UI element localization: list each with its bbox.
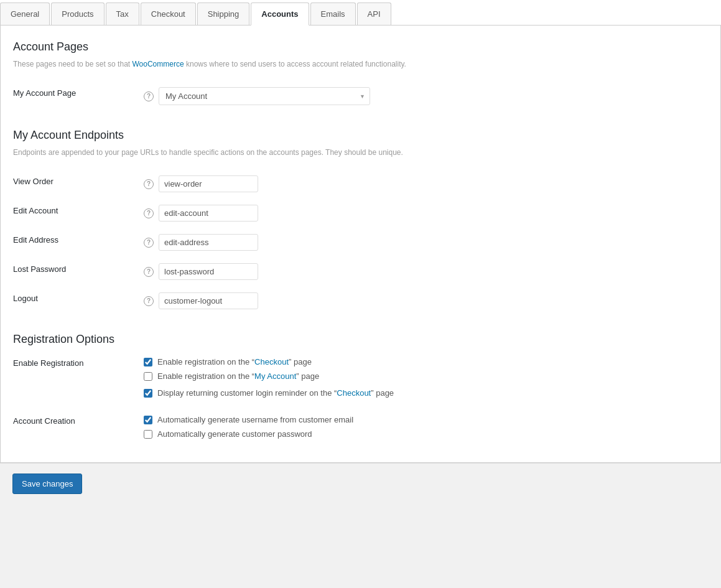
- endpoints-section: My Account Endpoints Endpoints are appen…: [13, 129, 708, 315]
- auto-password-checkbox[interactable]: [144, 430, 152, 439]
- view-order-label: View Order: [13, 175, 144, 186]
- lost-password-input[interactable]: [159, 263, 258, 280]
- content-area: Account Pages These pages need to be set…: [0, 26, 721, 463]
- view-order-help-icon[interactable]: ?: [144, 179, 154, 189]
- my-account-page-select[interactable]: My Account Shop Cart Checkout: [159, 87, 370, 105]
- edit-address-help-icon[interactable]: ?: [144, 238, 154, 248]
- login-reminder-checkbox[interactable]: [144, 389, 152, 398]
- edit-account-help-icon[interactable]: ?: [144, 208, 154, 218]
- tab-emails[interactable]: Emails: [310, 2, 356, 25]
- checkout-registration-checkbox-row: Enable registration on the “Checkout” pa…: [144, 357, 708, 366]
- tab-shipping[interactable]: Shipping: [197, 2, 250, 25]
- enable-registration-label: Enable Registration: [13, 357, 144, 368]
- myaccount-registration-checkbox-row: Enable registration on the “My Account” …: [144, 371, 708, 381]
- account-pages-title: Account Pages: [13, 40, 708, 54]
- edit-account-label: Edit Account: [13, 205, 144, 215]
- logout-label: Logout: [13, 292, 144, 303]
- lost-password-help-icon[interactable]: ?: [144, 267, 154, 277]
- edit-address-label: Edit Address: [13, 234, 144, 245]
- auto-username-checkbox-row: Automatically generate username from cus…: [144, 415, 708, 424]
- tab-general[interactable]: General: [0, 2, 50, 25]
- checkout-registration-label[interactable]: Enable registration on the “Checkout” pa…: [157, 357, 312, 366]
- enable-registration-row: Enable Registration Enable registration …: [13, 351, 708, 409]
- lost-password-label: Lost Password: [13, 263, 144, 274]
- tab-api[interactable]: API: [357, 2, 391, 25]
- auto-password-label[interactable]: Automatically generate customer password: [157, 429, 312, 439]
- save-button[interactable]: Save changes: [12, 474, 82, 494]
- account-pages-desc: These pages need to be set so that WooCo…: [13, 58, 708, 70]
- auto-password-checkbox-row: Automatically generate customer password: [144, 429, 708, 439]
- myaccount-registration-label[interactable]: Enable registration on the “My Account” …: [157, 371, 319, 381]
- view-order-input[interactable]: [159, 175, 258, 192]
- edit-address-input[interactable]: [159, 234, 258, 251]
- edit-address-row: Edit Address ?: [13, 228, 708, 257]
- my-account-help-icon[interactable]: ?: [144, 91, 154, 101]
- account-creation-field: Automatically generate username from cus…: [144, 415, 708, 444]
- registration-section: Registration Options Enable Registration…: [13, 333, 708, 450]
- checkout-registration-checkbox[interactable]: [144, 358, 152, 366]
- tab-accounts[interactable]: Accounts: [251, 2, 309, 26]
- auto-username-checkbox[interactable]: [144, 416, 152, 424]
- tab-tax[interactable]: Tax: [106, 2, 139, 25]
- account-creation-row: Account Creation Automatically generate …: [13, 409, 708, 450]
- my-account-select-wrap: My Account Shop Cart Checkout: [159, 87, 370, 105]
- edit-account-input[interactable]: [159, 205, 258, 222]
- login-reminder-checkbox-row: Display returning customer login reminde…: [144, 388, 708, 398]
- save-bar: Save changes: [0, 463, 721, 504]
- logout-help-icon[interactable]: ?: [144, 296, 154, 306]
- account-creation-label: Account Creation: [13, 415, 144, 426]
- tab-products[interactable]: Products: [51, 2, 104, 25]
- registration-title: Registration Options: [13, 333, 708, 346]
- view-order-row: View Order ?: [13, 169, 708, 198]
- tabs-bar: General Products Tax Checkout Shipping A…: [0, 0, 721, 26]
- edit-account-row: Edit Account ?: [13, 198, 708, 228]
- page-wrap: General Products Tax Checkout Shipping A…: [0, 0, 721, 588]
- logout-row: Logout ?: [13, 286, 708, 315]
- logout-input[interactable]: [159, 292, 258, 309]
- my-account-page-label: My Account Page: [13, 87, 144, 98]
- tab-checkout[interactable]: Checkout: [141, 2, 196, 25]
- auto-username-label[interactable]: Automatically generate username from cus…: [157, 415, 353, 424]
- endpoints-desc: Endpoints are appended to your page URLs…: [13, 147, 708, 158]
- enable-registration-field: Enable registration on the “Checkout” pa…: [144, 357, 708, 403]
- login-reminder-label[interactable]: Display returning customer login reminde…: [157, 388, 394, 398]
- lost-password-row: Lost Password ?: [13, 257, 708, 286]
- my-account-page-row: My Account Page ? My Account Shop Cart C…: [13, 81, 708, 111]
- myaccount-registration-checkbox[interactable]: [144, 372, 152, 381]
- my-account-page-field: ? My Account Shop Cart Checkout: [144, 87, 708, 105]
- endpoints-title: My Account Endpoints: [13, 129, 708, 142]
